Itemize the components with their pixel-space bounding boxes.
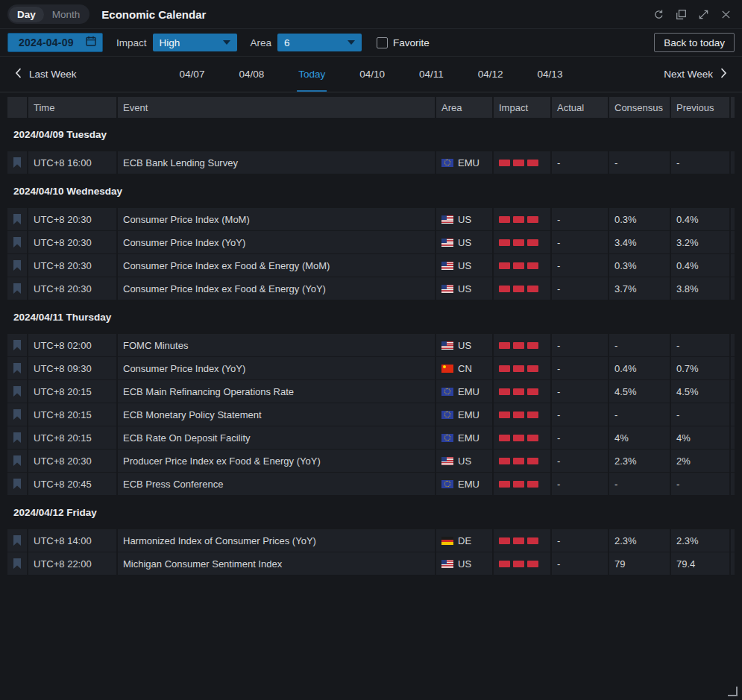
impact-indicator: [492, 334, 550, 356]
event-row[interactable]: UTC+8 20:30Consumer Price Index (YoY)US-…: [7, 231, 735, 253]
chevron-right-icon: [720, 68, 727, 81]
column-header-area: Area: [435, 97, 492, 118]
week-day-tab-04-11[interactable]: 04/11: [418, 57, 445, 92]
impact-bars-3: [499, 286, 538, 292]
bookmark-icon[interactable]: [7, 426, 27, 449]
month-toggle[interactable]: Month: [44, 7, 89, 22]
column-header-consensus: Consensus: [608, 97, 670, 118]
week-day-tab-today[interactable]: Today: [297, 57, 327, 92]
bookmark-icon[interactable]: [7, 334, 27, 356]
calendar-icon: [86, 36, 96, 49]
popout-icon[interactable]: [674, 7, 688, 22]
event-area: EMU: [435, 403, 492, 426]
event-time: UTC+8 20:15: [27, 380, 116, 403]
area-select[interactable]: 6: [277, 34, 362, 51]
impact-select[interactable]: High: [153, 34, 237, 51]
event-row[interactable]: UTC+8 20:15ECB Monetary Policy Statement…: [7, 403, 735, 426]
event-name: Consumer Price Index ex Food & Energy (Y…: [116, 277, 435, 300]
favorite-toggle[interactable]: Favorite: [377, 37, 430, 48]
week-day-tab-04-13[interactable]: 04/13: [536, 57, 565, 92]
event-name: Consumer Price Index ex Food & Energy (M…: [116, 254, 435, 277]
previous-value: 2.3%: [670, 529, 729, 552]
bookmark-icon[interactable]: [7, 254, 27, 277]
event-row[interactable]: UTC+8 22:00Michigan Consumer Sentiment I…: [7, 552, 735, 575]
next-week-button[interactable]: Next Week: [659, 67, 732, 81]
impact-bars-3: [499, 561, 538, 567]
event-time: UTC+8 02:00: [27, 334, 116, 356]
event-name: Producer Price Index ex Food & Energy (Y…: [116, 450, 435, 472]
event-area: US: [435, 231, 492, 253]
event-row[interactable]: UTC+8 14:00Harmonized Index of Consumer …: [7, 529, 735, 552]
event-row[interactable]: UTC+8 20:15ECB Main Refinancing Operatio…: [7, 380, 735, 403]
event-row[interactable]: UTC+8 20:30Consumer Price Index (MoM)US-…: [7, 208, 735, 230]
impact-bars-3: [499, 481, 538, 488]
week-day-tab-04-10[interactable]: 04/10: [358, 57, 386, 92]
impact-bars-3: [499, 342, 538, 349]
favorite-checkbox[interactable]: [377, 37, 388, 48]
event-row[interactable]: UTC+8 20:30Producer Price Index ex Food …: [7, 450, 735, 472]
bookmark-icon[interactable]: [7, 473, 27, 495]
event-row[interactable]: UTC+8 20:30Consumer Price Index ex Food …: [7, 254, 735, 277]
resize-handle[interactable]: [728, 687, 738, 696]
table-body: 2024/04/09 TuesdayUTC+8 16:00ECB Bank Le…: [7, 118, 735, 575]
event-area: US: [435, 277, 492, 300]
expand-icon[interactable]: [697, 7, 711, 22]
area-code: EMU: [458, 409, 480, 420]
bookmark-icon[interactable]: [7, 403, 27, 426]
bookmark-icon[interactable]: [7, 231, 27, 253]
week-day-tab-04-12[interactable]: 04/12: [477, 57, 505, 92]
event-name: Consumer Price Index (YoY): [116, 231, 435, 253]
previous-value: 79.4: [670, 552, 729, 575]
table-header-row: TimeEventAreaImpactActualConsensusPrevio…: [7, 97, 735, 118]
impact-bars-3: [499, 239, 538, 246]
refresh-icon[interactable]: [652, 7, 666, 22]
event-name: Consumer Price Index (MoM): [116, 208, 435, 230]
bookmark-icon[interactable]: [7, 151, 27, 174]
close-icon[interactable]: [719, 7, 733, 22]
event-row[interactable]: UTC+8 02:00FOMC MinutesUS---: [7, 334, 735, 356]
event-time: UTC+8 20:30: [27, 208, 116, 230]
bookmark-icon[interactable]: [7, 357, 27, 379]
area-code: US: [458, 214, 471, 225]
last-week-label: Last Week: [29, 69, 77, 80]
consensus-value: -: [608, 473, 670, 495]
last-week-button[interactable]: Last Week: [10, 67, 81, 81]
event-row[interactable]: UTC+8 09:30Consumer Price Index (YoY)CN-…: [7, 357, 735, 379]
favorite-label: Favorite: [393, 37, 430, 48]
bookmark-icon[interactable]: [7, 208, 27, 230]
previous-value: 3.8%: [670, 277, 729, 300]
back-to-today-button[interactable]: Back to today: [654, 33, 735, 52]
actual-value: -: [550, 334, 608, 356]
bookmark-icon[interactable]: [7, 529, 27, 552]
week-day-tab-04-08[interactable]: 04/08: [237, 57, 265, 92]
event-row[interactable]: UTC+8 20:30Consumer Price Index ex Food …: [7, 277, 735, 300]
day-toggle[interactable]: Day: [9, 7, 44, 22]
week-day-tab-04-07[interactable]: 04/07: [178, 57, 207, 92]
event-row[interactable]: UTC+8 20:15ECB Rate On Deposit FacilityE…: [7, 426, 735, 449]
consensus-value: 0.4%: [608, 357, 670, 379]
consensus-value: 3.7%: [608, 277, 670, 300]
event-row[interactable]: UTC+8 16:00ECB Bank Lending SurveyEMU---: [7, 151, 735, 174]
consensus-value: 0.3%: [608, 254, 670, 277]
event-time: UTC+8 20:15: [27, 426, 116, 449]
date-input[interactable]: 2024-04-09: [7, 33, 103, 52]
bookmark-icon[interactable]: [7, 277, 27, 300]
impact-bars-3: [499, 388, 538, 395]
row-edge: [729, 277, 735, 300]
event-row[interactable]: UTC+8 20:45ECB Press ConferenceEMU---: [7, 473, 735, 495]
event-area: US: [435, 552, 492, 575]
impact-indicator: [492, 529, 550, 552]
bookmark-icon[interactable]: [7, 450, 27, 472]
area-code: US: [458, 558, 471, 570]
previous-value: 2%: [670, 450, 729, 472]
consensus-value: -: [608, 334, 670, 356]
de-flag-icon: [441, 537, 453, 545]
bookmark-icon[interactable]: [7, 552, 27, 575]
previous-value: -: [670, 473, 729, 495]
area-code: US: [458, 455, 471, 467]
consensus-value: 2.3%: [608, 450, 670, 472]
area-code: US: [458, 260, 471, 271]
bookmark-icon[interactable]: [7, 380, 27, 403]
cn-flag-icon: [441, 365, 453, 373]
previous-value: 0.7%: [670, 357, 729, 379]
